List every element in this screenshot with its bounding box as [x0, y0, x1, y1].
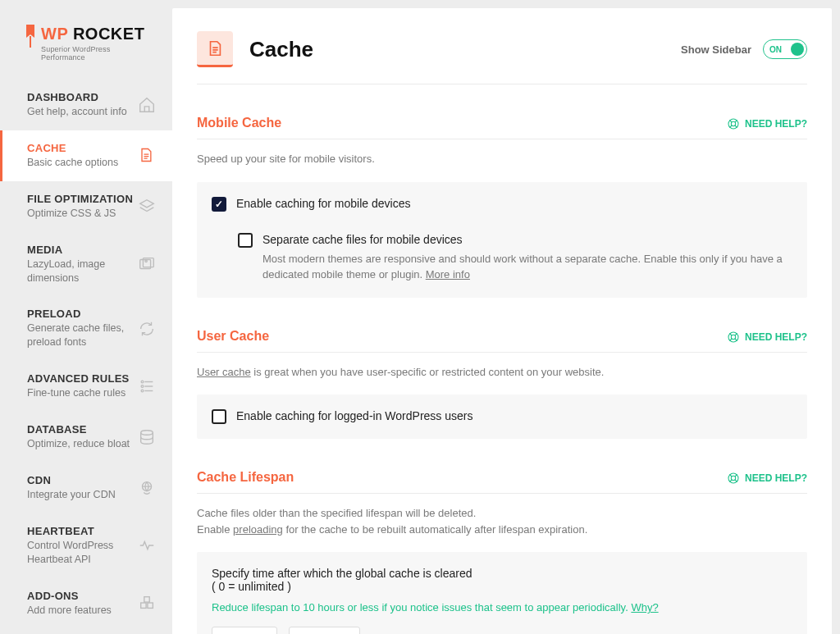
svg-point-5	[141, 385, 144, 388]
section-title: Mobile Cache	[197, 116, 281, 130]
page-title: Cache	[249, 37, 313, 62]
lifespan-hint: Reduce lifespan to 10 hours or less if y…	[212, 601, 792, 613]
nav-preload[interactable]: PRELOADGenerate cache files, preload fon…	[0, 296, 172, 361]
document-icon	[138, 147, 156, 165]
nav-cdn[interactable]: CDNIntegrate your CDN	[0, 463, 172, 513]
svg-point-15	[731, 335, 735, 339]
help-link[interactable]: NEED HELP?	[727, 472, 807, 485]
main-content: Cache Show Sidebar ON Mobile Cache NEED …	[172, 8, 832, 634]
nav-addons[interactable]: ADD-ONSAdd more features	[0, 578, 172, 629]
sidebar: WP ROCKET Superior WordPress Performance…	[0, 0, 172, 634]
section-title: Cache Lifespan	[197, 470, 294, 485]
lifebuoy-icon	[727, 331, 740, 344]
svg-point-17	[731, 476, 735, 480]
user-cache-link[interactable]: User cache	[197, 366, 251, 378]
show-sidebar-label: Show Sidebar	[681, 43, 751, 56]
svg-point-7	[141, 431, 153, 436]
user-options: Enable caching for logged-in WordPress u…	[197, 395, 807, 439]
svg-point-3	[145, 260, 147, 262]
section-mobile-cache: Mobile Cache NEED HELP? Speed up your si…	[197, 116, 807, 298]
section-title: User Cache	[197, 329, 269, 344]
svg-rect-0	[30, 36, 31, 48]
checkbox-enable-mobile-cache[interactable]	[212, 197, 226, 212]
help-link[interactable]: NEED HELP?	[727, 117, 807, 130]
more-info-link[interactable]: More info	[426, 268, 470, 281]
layers-icon	[138, 198, 156, 216]
why-link[interactable]: Why?	[631, 601, 658, 613]
section-description: User cache is great when you have user-s…	[197, 364, 807, 381]
toggle-knob	[791, 43, 804, 56]
refresh-icon	[138, 320, 156, 338]
svg-point-6	[141, 390, 144, 392]
blocks-icon	[138, 594, 156, 612]
lifespan-label: Specify time after which the global cach…	[212, 567, 792, 593]
database-icon	[138, 428, 156, 446]
home-icon	[138, 96, 156, 114]
sliders-icon	[138, 377, 156, 395]
lifebuoy-icon	[727, 472, 740, 485]
option-label: Enable caching for logged-in WordPress u…	[236, 409, 472, 422]
svg-rect-10	[148, 603, 153, 608]
option-label: Separate cache files for mobile devices	[262, 233, 792, 246]
brand-logo: WP ROCKET Superior WordPress Performance	[0, 25, 172, 80]
svg-rect-11	[144, 597, 149, 602]
nav-advanced-rules[interactable]: ADVANCED RULESFine-tune cache rules	[0, 361, 172, 412]
nav-file-optimization[interactable]: FILE OPTIMIZATIONOptimize CSS & JS	[0, 181, 172, 232]
page-header: Cache Show Sidebar ON	[197, 31, 807, 84]
svg-rect-9	[141, 603, 146, 608]
heartbeat-icon	[138, 536, 156, 554]
lifespan-unit-select[interactable]: Hours	[289, 627, 360, 634]
images-icon	[138, 255, 156, 273]
preloading-link[interactable]: preloading	[233, 523, 283, 536]
nav-database[interactable]: DATABASEOptimize, reduce bloat	[0, 412, 172, 463]
svg-point-4	[141, 381, 144, 383]
option-description: Most modern themes are responsive and sh…	[262, 251, 792, 283]
svg-point-13	[731, 121, 735, 125]
option-label: Enable caching for mobile devices	[236, 197, 410, 210]
lifebuoy-icon	[727, 117, 740, 130]
nav-dashboard[interactable]: DASHBOARDGet help, account info	[0, 80, 172, 130]
section-cache-lifespan: Cache Lifespan NEED HELP? Cache files ol…	[197, 470, 807, 634]
checkbox-enable-user-cache[interactable]	[212, 409, 226, 424]
logo-flag-icon	[25, 25, 36, 49]
section-description: Cache files older than the specified lif…	[197, 505, 807, 537]
header-document-icon	[197, 31, 233, 67]
help-link[interactable]: NEED HELP?	[727, 331, 807, 344]
globe-icon	[138, 479, 156, 497]
nav-cache[interactable]: CACHEBasic cache options	[0, 130, 172, 181]
checkbox-separate-mobile-cache[interactable]	[238, 233, 253, 248]
mobile-options: Enable caching for mobile devices Separa…	[197, 182, 807, 298]
nav-media[interactable]: MEDIALazyLoad, image dimensions	[0, 232, 172, 297]
lifespan-options: Specify time after which the global cach…	[197, 552, 807, 634]
section-description: Speed up your site for mobile visitors.	[197, 151, 807, 167]
section-user-cache: User Cache NEED HELP? User cache is grea…	[197, 329, 807, 440]
sidebar-toggle[interactable]: ON	[763, 39, 807, 59]
lifespan-value-input[interactable]	[212, 627, 277, 634]
nav-heartbeat[interactable]: HEARTBEATControl WordPress Heartbeat API	[0, 513, 172, 578]
